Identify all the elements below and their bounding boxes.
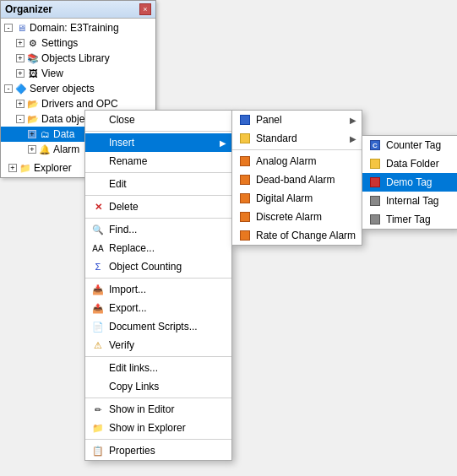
separator-2 [85, 172, 231, 173]
expand-view[interactable]: + [16, 69, 24, 78]
submenu-item-standard[interactable]: Standard ▶ [232, 129, 362, 148]
submenu-item-discrete-alarm[interactable]: Discrete Alarm [232, 208, 362, 226]
expand-explorer[interactable]: + [8, 164, 17, 172]
server-objects-icon: 🔷 [14, 82, 28, 95]
menu-item-rename[interactable]: Rename [85, 152, 231, 170]
menu-item-verify[interactable]: ⚠ Verify [85, 336, 231, 354]
menu-item-doc-scripts[interactable]: 📄 Document Scripts... [85, 317, 231, 336]
menu-item-export[interactable]: 📤 Export... [85, 299, 231, 317]
panel-arrow-icon: ▶ [350, 116, 356, 125]
insert-menu-label: Insert [109, 137, 220, 149]
rename-menu-icon [90, 154, 106, 168]
standard-icon [237, 132, 253, 145]
settings-icon: ⚙ [26, 36, 40, 50]
tree-item-settings[interactable]: + ⚙ Settings [1, 35, 155, 51]
show-explorer-icon: 📁 [90, 421, 106, 435]
expand-data-objects[interactable]: - [16, 115, 24, 123]
import-menu-label: Import... [109, 284, 226, 295]
separator-3 [85, 195, 231, 196]
rate-change-alarm-icon [237, 229, 253, 242]
organizer-title-bar: Organizer × [1, 1, 155, 19]
doc-scripts-label: Document Scripts... [109, 321, 226, 333]
doc-scripts-icon: 📄 [90, 320, 106, 333]
menu-item-delete[interactable]: ✕ Delete [85, 197, 231, 216]
edit-links-label: Edit links... [109, 362, 226, 374]
demo-tag-label: Demo Tag [386, 176, 453, 188]
submenu-separator-1 [232, 149, 362, 150]
counter-tag-label: Counter Tag [386, 139, 453, 151]
edit-links-icon [90, 361, 106, 375]
submenu2-item-internal-tag[interactable]: Internal Tag [362, 192, 457, 210]
show-editor-label: Show in Editor [109, 403, 226, 415]
show-explorer-label: Show in Explorer [109, 422, 226, 434]
menu-item-show-editor[interactable]: ✏ Show in Editor [85, 400, 231, 419]
internal-tag-icon [367, 194, 383, 208]
digital-alarm-icon [237, 192, 253, 205]
submenu2-item-data-folder[interactable]: Data Folder [362, 154, 457, 173]
alarm-label: Alarm [53, 143, 79, 155]
tree-item-domain[interactable]: - 🖥 Domain: E3Training [1, 20, 155, 35]
expand-data[interactable]: + [28, 130, 36, 138]
domain-icon: 🖥 [14, 21, 28, 35]
expand-settings[interactable]: + [16, 39, 24, 47]
close-menu-icon [90, 113, 106, 127]
submenu2-item-demo-tag[interactable]: Demo Tag [362, 173, 457, 192]
objects-library-icon: 📚 [26, 51, 40, 65]
timer-tag-icon [367, 213, 383, 226]
internal-tag-label: Internal Tag [386, 195, 453, 207]
submenu-item-digital-alarm[interactable]: Digital Alarm [232, 189, 362, 208]
close-button[interactable]: × [139, 3, 151, 15]
export-menu-label: Export... [109, 302, 226, 314]
submenu-item-analog-alarm[interactable]: Analog Alarm [232, 152, 362, 170]
server-objects-label: Server objects [30, 83, 95, 95]
submenu-item-deadband-alarm[interactable]: Dead-band Alarm [232, 170, 362, 189]
expand-domain[interactable]: - [4, 24, 13, 32]
edit-menu-label: Edit [109, 178, 226, 190]
menu-item-object-counting[interactable]: Σ Object Counting [85, 257, 231, 276]
close-menu-label: Close [109, 114, 226, 126]
submenu-item-panel[interactable]: Panel ▶ [232, 111, 362, 129]
tree-item-server-objects[interactable]: - 🔷 Server objects [1, 81, 155, 96]
objects-library-label: Objects Library [41, 52, 110, 64]
insert-arrow-icon: ▶ [220, 138, 226, 148]
organizer-title: Organizer [5, 3, 52, 15]
menu-item-insert[interactable]: Insert ▶ [85, 133, 231, 152]
expand-objects-library[interactable]: + [16, 54, 24, 62]
verify-label: Verify [109, 339, 226, 351]
menu-item-close[interactable]: Close [85, 111, 231, 129]
settings-label: Settings [41, 37, 78, 49]
tree-item-view[interactable]: + 🖼 View [1, 66, 155, 81]
submenu2-item-counter-tag[interactable]: C Counter Tag [362, 136, 457, 154]
separator-1 [85, 131, 231, 132]
submenu-item-rate-change-alarm[interactable]: Rate of Change Alarm [232, 226, 362, 245]
counter-tag-icon: C [367, 138, 383, 152]
menu-item-edit-links[interactable]: Edit links... [85, 359, 231, 377]
data-label: Data [53, 128, 74, 140]
expand-alarm[interactable]: + [28, 145, 36, 154]
menu-item-find[interactable]: 🔍 Find... [85, 220, 231, 239]
menu-item-replace[interactable]: AA Replace... [85, 239, 231, 257]
drivers-icon: 📂 [26, 97, 40, 111]
menu-item-show-explorer[interactable]: 📁 Show in Explorer [85, 419, 231, 437]
expand-server-objects[interactable]: - [4, 84, 13, 93]
deadband-alarm-icon [237, 173, 253, 187]
submenu2-item-timer-tag[interactable]: Timer Tag [362, 210, 457, 229]
export-menu-icon: 📤 [90, 301, 106, 315]
demo-tag-icon [367, 176, 383, 189]
rate-change-alarm-label: Rate of Change Alarm [256, 230, 356, 241]
standard-label: Standard [256, 133, 350, 144]
replace-menu-icon: AA [90, 241, 106, 255]
discrete-alarm-label: Discrete Alarm [256, 211, 356, 223]
expand-drivers[interactable]: + [16, 100, 24, 108]
separator-7 [85, 398, 231, 398]
menu-item-properties[interactable]: 📋 Properties [85, 441, 231, 460]
timer-tag-label: Timer Tag [386, 214, 453, 225]
object-counting-icon: Σ [90, 260, 106, 273]
tree-item-objects-library[interactable]: + 📚 Objects Library [1, 51, 155, 66]
menu-item-copy-links[interactable]: Copy Links [85, 377, 231, 396]
find-menu-icon: 🔍 [90, 223, 106, 236]
properties-label: Properties [109, 445, 226, 457]
menu-item-import[interactable]: 📥 Import... [85, 280, 231, 299]
menu-item-edit[interactable]: Edit [85, 175, 231, 193]
digital-alarm-label: Digital Alarm [256, 192, 356, 204]
